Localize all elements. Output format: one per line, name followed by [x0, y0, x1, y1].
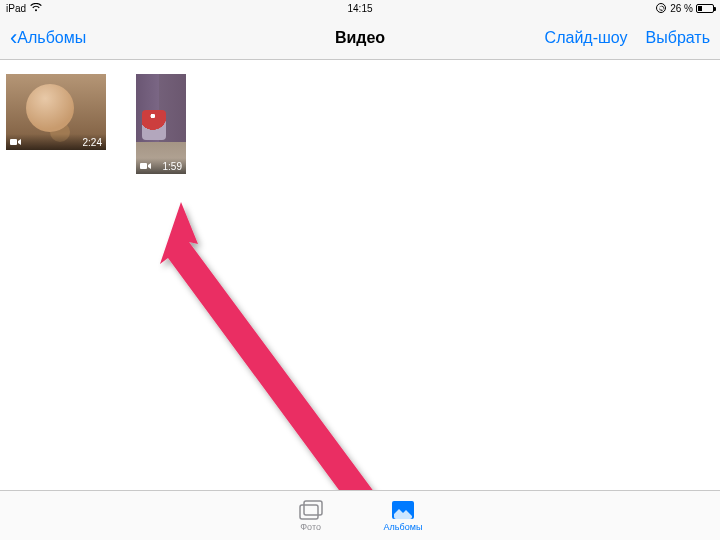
- slideshow-button[interactable]: Слайд-шоу: [545, 29, 628, 47]
- tab-label: Фото: [300, 522, 321, 532]
- video-thumbnail[interactable]: 2:24: [6, 74, 106, 150]
- back-label: Альбомы: [17, 29, 86, 47]
- video-grid: 2:24 1:59: [6, 74, 714, 174]
- status-left: iPad: [6, 3, 42, 14]
- content-area: 2:24 1:59: [0, 60, 720, 490]
- tab-albums[interactable]: Альбомы: [384, 499, 423, 532]
- status-time: 14:15: [347, 3, 372, 14]
- annotation-arrow: [158, 202, 418, 536]
- nav-actions: Слайд-шоу Выбрать: [545, 29, 710, 47]
- rotation-lock-icon: [656, 3, 666, 13]
- select-button[interactable]: Выбрать: [646, 29, 710, 47]
- back-button[interactable]: ‹ Альбомы: [10, 27, 86, 49]
- status-bar: iPad 14:15 26 %: [0, 0, 720, 16]
- tab-bar: Фото Альбомы: [0, 490, 720, 540]
- battery-percent: 26 %: [670, 3, 693, 14]
- battery-icon: [696, 4, 714, 13]
- svg-rect-3: [304, 501, 322, 515]
- thumbnail-overlay: 1:59: [136, 158, 186, 174]
- status-right: 26 %: [656, 3, 714, 14]
- wifi-icon: [30, 3, 42, 14]
- battery-indicator: 26 %: [670, 3, 714, 14]
- video-icon: [140, 162, 151, 170]
- svg-rect-2: [300, 505, 318, 519]
- video-icon: [10, 138, 21, 146]
- video-duration: 2:24: [83, 137, 102, 148]
- page-title: Видео: [335, 29, 385, 47]
- device-label: iPad: [6, 3, 26, 14]
- navigation-bar: ‹ Альбомы Видео Слайд-шоу Выбрать: [0, 16, 720, 60]
- svg-rect-1: [140, 163, 147, 169]
- video-duration: 1:59: [163, 161, 182, 172]
- svg-rect-0: [10, 139, 17, 145]
- video-thumbnail[interactable]: 1:59: [136, 74, 186, 174]
- albums-icon: [390, 499, 416, 521]
- chevron-left-icon: ‹: [10, 27, 17, 49]
- tab-label: Альбомы: [384, 522, 423, 532]
- photos-stack-icon: [298, 499, 324, 521]
- thumbnail-overlay: 2:24: [6, 134, 106, 150]
- tab-photos[interactable]: Фото: [298, 499, 324, 532]
